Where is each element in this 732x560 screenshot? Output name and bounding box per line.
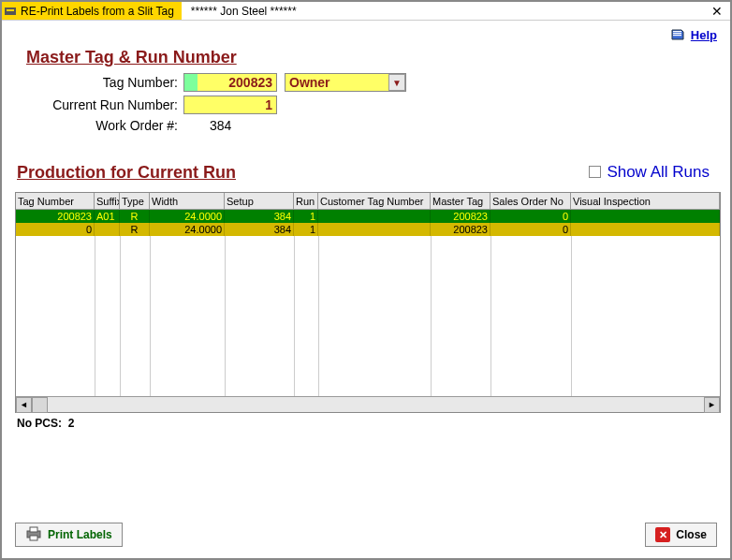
show-all-checkbox[interactable]	[589, 166, 601, 178]
owner-dropdown-value: Owner	[289, 75, 330, 90]
production-grid: Tag Number Suffix Type Width Setup Run C…	[15, 192, 721, 413]
printer-icon	[25, 526, 42, 544]
col-sales-order[interactable]: Sales Order No	[490, 193, 571, 209]
svg-rect-2	[673, 31, 681, 32]
scroll-left-button[interactable]: ◄	[16, 397, 32, 413]
col-suffix[interactable]: Suffix	[95, 193, 120, 209]
work-order-value: 384	[183, 118, 231, 133]
scroll-right-button[interactable]: ►	[704, 397, 720, 413]
svg-rect-7	[30, 536, 37, 540]
col-master-tag[interactable]: Master Tag	[431, 193, 490, 209]
print-labels-button[interactable]: Print Labels	[15, 523, 123, 547]
svg-rect-4	[673, 35, 681, 36]
window-subtitle: ****** Jon Steel ******	[182, 5, 297, 18]
pcs-value: 2	[68, 417, 75, 430]
pcs-summary: No PCS: 2	[15, 413, 721, 434]
svg-rect-6	[30, 527, 37, 532]
grid-horizontal-scrollbar[interactable]: ◄ ►	[16, 396, 720, 412]
print-labels-label: Print Labels	[48, 528, 112, 541]
col-tag-number[interactable]: Tag Number	[16, 193, 95, 209]
pcs-label: No PCS:	[17, 417, 62, 430]
window-title: RE-Print Labels from a Slit Tag	[21, 5, 174, 18]
svg-rect-1	[7, 9, 14, 11]
close-button[interactable]: ✕ Close	[645, 523, 717, 547]
col-cust-tag[interactable]: Customer Tag Number	[318, 193, 431, 209]
table-row[interactable]: 200823A01R24.000038412008230	[16, 210, 720, 223]
titlebar: RE-Print Labels from a Slit Tag ****** J…	[2, 2, 730, 21]
owner-dropdown[interactable]: Owner ▼	[285, 73, 406, 92]
close-label: Close	[676, 528, 707, 541]
grid-header: Tag Number Suffix Type Width Setup Run C…	[16, 193, 720, 210]
col-type[interactable]: Type	[120, 193, 150, 209]
tag-number-input[interactable]	[183, 73, 277, 92]
window-title-tab: RE-Print Labels from a Slit Tag	[2, 2, 182, 20]
production-title: Production for Current Run	[17, 163, 236, 183]
run-number-label: Current Run Number:	[15, 97, 183, 112]
chevron-down-icon: ▼	[388, 74, 405, 91]
col-setup[interactable]: Setup	[225, 193, 294, 209]
tag-number-label: Tag Number:	[15, 75, 183, 90]
scroll-thumb[interactable]	[32, 397, 48, 413]
show-all-label: Show All Runs	[607, 163, 710, 182]
run-number-input[interactable]	[183, 96, 277, 114]
col-width[interactable]: Width	[150, 193, 225, 209]
col-visual-insp[interactable]: Visual Inspection	[571, 193, 720, 209]
help-icon	[670, 28, 685, 44]
col-run[interactable]: Run	[294, 193, 318, 209]
svg-rect-3	[673, 33, 681, 34]
app-icon	[4, 5, 17, 18]
help-link[interactable]: Help	[691, 28, 717, 42]
close-icon: ✕	[655, 527, 670, 542]
table-row[interactable]: 0R24.000038412008230	[16, 223, 720, 236]
grid-body: 200823A01R24.0000384120082300R24.0000384…	[16, 210, 720, 396]
master-tag-title: Master Tag & Run Number	[26, 48, 721, 67]
work-order-label: Work Order #:	[15, 118, 183, 133]
window-close-button[interactable]: ✕	[704, 4, 730, 19]
